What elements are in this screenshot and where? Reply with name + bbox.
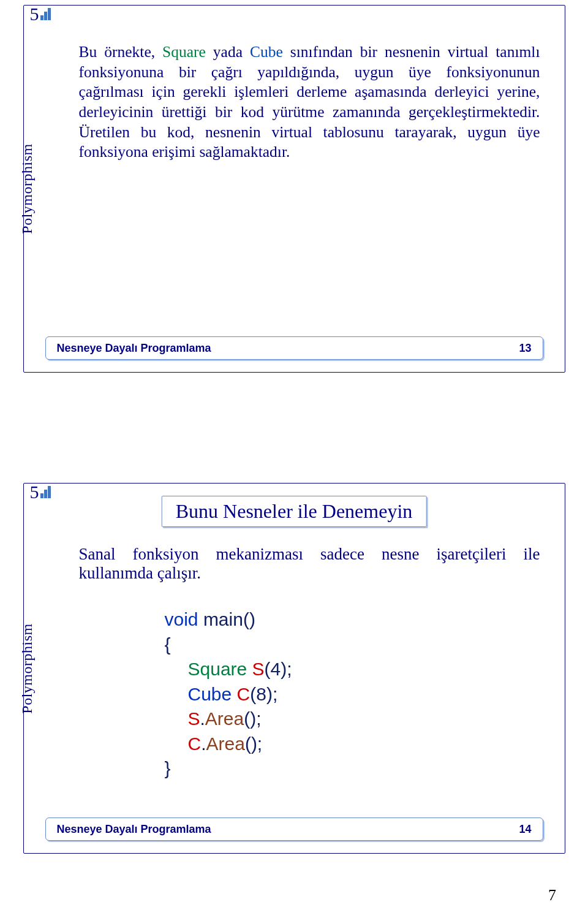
footer-title: Nesneye Dayalı Programlama — [57, 823, 211, 836]
sidebar-label: Polymorphism — [19, 143, 36, 233]
slide-footer: Nesneye Dayalı Programlama 14 — [45, 817, 543, 841]
text-leadin: Bu örnekte, — [79, 43, 163, 61]
class-square: Square — [162, 43, 206, 61]
class-cube: Cube — [250, 43, 283, 61]
slide-content: Sanal fonksiyon mekanizması sadece nesne… — [79, 545, 540, 781]
slide-footer: Nesneye Dayalı Programlama 13 — [45, 336, 543, 360]
var-s: S — [252, 659, 265, 679]
footer-page: 13 — [519, 342, 531, 355]
chapter-tag: 5 — [30, 4, 51, 25]
sidebar-label: Polymorphism — [19, 623, 36, 713]
code-line: Cube C(8); — [188, 682, 540, 707]
footer-title: Nesneye Dayalı Programlama — [57, 342, 211, 355]
type-square: Square — [188, 659, 252, 679]
chapter-tag: 5 — [30, 482, 51, 503]
slide-title: Bunu Nesneler ile Denemeyin — [162, 496, 427, 527]
body-paragraph: Bu örnekte, Square yada Cube sınıfından … — [79, 42, 540, 162]
fn-main: main() — [198, 609, 255, 629]
code-line: { — [165, 632, 540, 658]
code-line: S.Area(); — [188, 707, 540, 732]
arg: (4); — [265, 659, 292, 679]
fn-area: Area — [205, 708, 244, 729]
chapter-number: 5 — [30, 4, 39, 25]
slide-14: 5 Polymorphism Bunu Nesneler ile Denemey… — [23, 483, 565, 854]
dot: . — [201, 734, 206, 754]
code-block: void main() { Square S(4); Cube C(8); S.… — [165, 607, 540, 781]
paren: (); — [244, 708, 261, 729]
page-number: 7 — [548, 886, 556, 905]
warning-text: Sanal fonksiyon mekanizması sadece nesne… — [79, 545, 540, 583]
type-cube: Cube — [188, 684, 237, 704]
arg: (8); — [250, 684, 277, 704]
slide-content: Bu örnekte, Square yada Cube sınıfından … — [79, 42, 540, 162]
chapter-number: 5 — [30, 482, 39, 503]
bar-chart-icon — [40, 8, 51, 20]
footer-page: 14 — [519, 823, 531, 836]
page: 5 Polymorphism Bu örnekte, Square yada C… — [0, 0, 588, 918]
fn-area: Area — [206, 734, 245, 754]
text-yada: yada — [206, 43, 250, 61]
kw-void: void — [165, 609, 198, 629]
code-line: void main() — [165, 607, 540, 632]
dot: . — [200, 708, 205, 729]
var-c: C — [237, 684, 251, 704]
code-line: Square S(4); — [188, 657, 540, 682]
slide-13: 5 Polymorphism Bu örnekte, Square yada C… — [23, 5, 565, 373]
paren: (); — [245, 734, 262, 754]
var-c: C — [188, 734, 202, 754]
code-line: C.Area(); — [188, 732, 540, 757]
code-line: } — [165, 756, 540, 781]
bar-chart-icon — [40, 486, 51, 498]
var-s: S — [188, 708, 200, 729]
